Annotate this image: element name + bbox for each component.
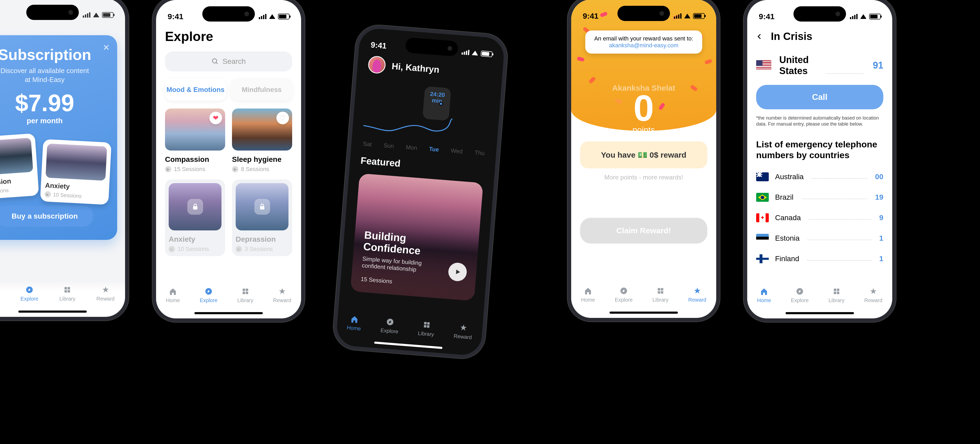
buy-subscription-button[interactable]: Buy a subscription [0,206,94,227]
play-icon: ▸ [45,191,51,197]
preview-card[interactable]: Anxiety ▸10 Sessions [40,139,111,205]
tab-home[interactable]: Home [166,287,180,304]
main-country-number: 91 [873,60,883,71]
play-icon: ▸ [165,166,171,172]
svg-rect-12 [242,291,245,294]
country-row[interactable]: Brazil 19 [756,187,883,208]
tab-library[interactable]: Library [418,320,435,337]
featured-card[interactable]: BuildingConfidence Simple way for buildi… [350,173,484,301]
main-country-name: United States [779,54,816,76]
play-icon: ▸ [232,166,238,172]
card-title: Deprassion [235,235,288,243]
country-row[interactable]: Finland 1 [756,248,883,269]
tab-reward[interactable]: Reward [864,287,882,304]
flag-icon [756,193,769,202]
content-card-locked[interactable]: Anxiety ▸10 Sessions [165,180,225,256]
list-heading: List of emergency telephone numbers by c… [756,139,883,161]
subscription-price: $7.99 [0,89,109,117]
home-indicator[interactable] [786,312,854,314]
svg-rect-16 [427,322,430,325]
subscription-preview-row: Deprassion ▸3 Sessions Anxiety ▸10 Sessi… [0,133,104,195]
main-country-row: United States 91 [756,54,883,76]
phone-explore: 9:41 Explore Search Mood & Emotions Mind… [153,0,305,322]
svg-rect-25 [834,289,836,291]
home-indicator[interactable] [609,312,678,314]
compass-icon [204,287,213,296]
content-card[interactable]: ♡ Sleep hygiene ▸8 Sessions [232,108,292,173]
card-title: Sleep hygiene [232,155,292,164]
tab-reward[interactable]: Reward [273,287,291,304]
lock-icon [255,199,270,215]
search-input[interactable]: Search [165,51,292,72]
favorite-button[interactable]: ❤ [209,111,222,124]
money-icon: 💵 [638,151,648,159]
reward-email-link[interactable]: akanksha@mind-easy.com [609,42,678,49]
content-card-locked[interactable]: Deprassion ▸3 Sessions [232,180,292,256]
search-placeholder: Search [223,57,246,66]
subscription-per: per month [0,117,109,125]
featured-heading: Featured [360,155,485,176]
tab-library[interactable]: Library [652,286,668,303]
subscription-title: Subscription [0,46,109,63]
svg-rect-22 [658,291,660,293]
svg-rect-23 [661,291,663,293]
tab-library[interactable]: Library [59,285,75,302]
claim-reward-button[interactable]: Claim Reward! [580,218,707,243]
tab-explore[interactable]: Explore [21,285,38,302]
country-list[interactable]: Australia 00 Brazil 19 ✦ Canada 9 [756,167,883,269]
grid-icon [656,286,665,295]
star-icon [101,285,110,294]
tab-library[interactable]: Library [237,287,253,304]
star-icon [869,287,878,296]
compass-icon [25,285,34,294]
home-icon [169,287,177,296]
heart-icon: ❤ [213,114,219,122]
country-row[interactable]: ✦ Canada 9 [756,208,883,228]
play-icon: ▸ [169,246,175,252]
svg-rect-18 [427,325,429,328]
close-icon[interactable]: ✕ [103,43,110,53]
tab-home[interactable]: Home [757,287,771,304]
tab-library[interactable]: Library [829,287,845,304]
tab-explore[interactable]: Explore [200,287,218,304]
star-icon [278,287,286,296]
tab-home[interactable]: Home [581,286,595,303]
flag-icon [756,254,769,263]
preview-card[interactable]: Deprassion ▸3 Sessions [0,133,39,200]
reward-subtext: More points - more rewards! [571,173,716,181]
pill-mindfulness[interactable]: Mindfulness [231,79,292,100]
phone-home: 9:41 Hi, Kathryn 24:20min SatSunMonTueWe… [332,23,509,360]
tab-reward[interactable]: Reward [688,286,706,303]
call-button[interactable]: Call [756,85,883,109]
chart-line-icon [363,105,489,146]
tab-reward[interactable]: Reward [96,285,115,302]
country-row[interactable]: Estonia 1 [756,228,883,248]
featured-desc: Simple way for building confident relati… [361,255,436,275]
subscription-card: ✕ Subscription Discover all available co… [0,35,117,240]
play-icon: ▸ [235,246,242,252]
grid-icon [832,287,841,296]
favorite-button[interactable]: ♡ [277,111,289,124]
svg-rect-26 [837,289,839,291]
content-grid: ❤ Compassion ▸15 Sessions ♡ Sleep hygien… [165,108,292,256]
pill-mood[interactable]: Mood & Emotions [165,79,226,100]
compass-icon [619,286,628,295]
subscription-desc: Discover all available contentat Mind-Ea… [0,67,109,84]
back-icon[interactable] [756,33,763,40]
country-row[interactable]: Australia 00 [756,167,883,187]
tab-explore[interactable]: Explore [380,317,399,335]
heart-outline-icon: ♡ [280,114,286,122]
tab-explore[interactable]: Explore [615,286,633,303]
home-icon [350,315,360,324]
tab-reward[interactable]: Reward [453,323,473,341]
svg-rect-10 [242,289,245,291]
search-icon [212,58,219,65]
content-card[interactable]: ❤ Compassion ▸15 Sessions [165,108,225,173]
home-indicator[interactable] [194,312,263,314]
avatar[interactable] [368,56,386,74]
usage-chart[interactable]: 24:20min SatSunMonTueWedThu [362,84,490,157]
home-icon [584,286,592,295]
home-indicator[interactable] [18,310,87,313]
tab-home[interactable]: Home [347,314,362,332]
tab-explore[interactable]: Explore [791,287,809,304]
